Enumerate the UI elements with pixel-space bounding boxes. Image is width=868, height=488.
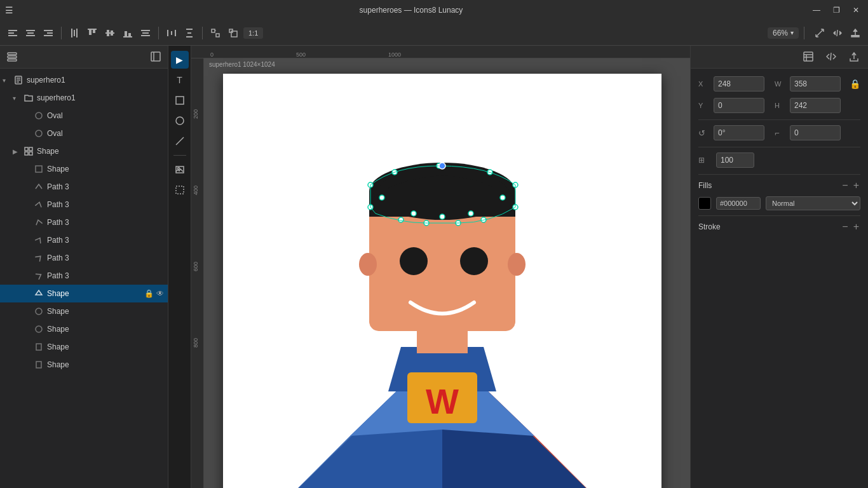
maximize-button[interactable]: ❐ (829, 4, 844, 16)
list-item[interactable]: Oval (0, 125, 168, 142)
close-button[interactable]: ✕ (849, 4, 863, 16)
list-item[interactable]: Oval (0, 107, 168, 125)
list-item[interactable]: ▶ Shape (0, 142, 168, 160)
opacity-input[interactable] (716, 152, 754, 168)
opacity-row: ⊞ (698, 152, 860, 168)
oval-tool-button[interactable] (171, 112, 189, 130)
align-top-button[interactable] (85, 27, 100, 39)
oval-icon-4 (33, 323, 44, 335)
yh-row: Y H (698, 98, 860, 113)
svg-rect-36 (8, 56, 17, 58)
canvas-page[interactable]: W (223, 74, 661, 488)
zoom-value: 66% (773, 29, 788, 37)
blend-mode-select[interactable]: Normal Multiply Screen Overlay (766, 196, 860, 210)
list-item[interactable]: Shape (0, 338, 168, 356)
align-left-button[interactable] (5, 27, 20, 39)
list-item[interactable]: Path 3 (0, 231, 168, 249)
resize-icon-button[interactable] (812, 27, 827, 39)
list-item[interactable]: Path 3 (0, 267, 168, 285)
rectangle-tool-button[interactable] (171, 92, 189, 109)
page-label: superhero1 1024×1024 (209, 61, 275, 68)
layers-view-btn[interactable] (5, 50, 19, 65)
inspect-button[interactable] (799, 50, 817, 65)
align-right-button[interactable] (41, 27, 56, 39)
remove-stroke-button[interactable]: − (841, 221, 849, 233)
svg-point-83 (440, 214, 445, 219)
spread-h-button[interactable] (164, 27, 179, 39)
svg-rect-52 (36, 362, 41, 368)
layer-shape-selected-item[interactable]: Shape 🔒 👁 (0, 285, 168, 302)
sidebar-toggle-btn[interactable] (149, 50, 163, 65)
list-item[interactable]: Shape (0, 356, 168, 374)
code-button[interactable] (830, 27, 845, 39)
list-item[interactable]: Path 3 (0, 249, 168, 267)
oval-icon (33, 110, 44, 121)
rotation-input[interactable] (714, 125, 764, 140)
distribute-h-button[interactable] (138, 27, 153, 39)
code-view-button[interactable] (822, 50, 840, 65)
menu-icon[interactable]: ☰ (5, 5, 13, 15)
distribute-v-button[interactable] (67, 27, 82, 39)
oval-icon-2 (33, 128, 44, 139)
canvas-area[interactable]: 0 500 1000 200 400 600 800 superhero1 10… (191, 46, 690, 488)
list-item[interactable]: Path 3 (0, 214, 168, 231)
svg-rect-96 (804, 52, 813, 61)
align-bottom-button[interactable] (120, 27, 135, 39)
select-tool-button[interactable]: ▶ (171, 51, 189, 69)
list-item[interactable]: Shape (0, 320, 168, 338)
svg-rect-17 (111, 30, 113, 36)
app-title: superheroes — Icons8 Lunacy (13, 6, 809, 15)
svg-rect-21 (141, 30, 150, 31)
ratio-button[interactable]: 1:1 (243, 27, 263, 39)
zoom-control[interactable]: 66% ▾ (768, 27, 799, 39)
stroke-label: Stroke (698, 222, 721, 231)
main-layout: ▾ superhero1 ▾ superhero1 Ov (0, 46, 868, 488)
mask-button[interactable] (226, 27, 241, 39)
layer-shape1-name: Shape (47, 165, 168, 173)
horizontal-ruler: 0 500 1000 (191, 46, 690, 58)
h-input[interactable] (790, 98, 841, 113)
export-button[interactable] (848, 27, 863, 39)
lock-icon[interactable]: 🔒 (850, 79, 860, 89)
vertical-ruler: 200 400 600 800 (191, 58, 204, 488)
layer-path3-5-name: Path 3 (47, 254, 168, 262)
export-right-button[interactable] (845, 50, 863, 65)
canvas-content: 200 400 600 800 superhero1 1024×1024 (191, 58, 690, 488)
list-item[interactable]: Shape (0, 160, 168, 178)
prop-separator-1 (698, 119, 860, 120)
hotspot-tool-button[interactable] (171, 181, 189, 199)
remove-fill-button[interactable]: − (841, 180, 849, 191)
add-stroke-button[interactable]: + (852, 221, 860, 233)
text-tool-button[interactable]: T (171, 71, 189, 89)
svg-rect-9 (71, 29, 72, 37)
main-toolbar: 1:1 66% ▾ (0, 20, 868, 46)
svg-rect-58 (176, 186, 184, 194)
x-input[interactable] (714, 76, 764, 92)
svg-point-92 (468, 211, 473, 216)
fills-actions: − + (841, 180, 860, 191)
line-tool-button[interactable] (171, 132, 189, 150)
fill-color-swatch[interactable] (698, 197, 711, 210)
align-middle-button[interactable] (102, 27, 118, 39)
transform-button[interactable] (208, 27, 223, 39)
minimize-button[interactable]: — (809, 4, 824, 16)
image-tool-button[interactable] (171, 161, 189, 179)
y-input[interactable] (714, 98, 764, 113)
layer-group-item[interactable]: ▾ superhero1 (0, 89, 168, 107)
layer-path3-4-name: Path 3 (47, 236, 168, 245)
corner-input[interactable] (790, 125, 841, 140)
stroke-section-header: Stroke − + (698, 221, 860, 233)
svg-rect-20 (128, 33, 131, 36)
fill-hex-input[interactable] (716, 197, 761, 210)
canvas-viewport[interactable]: superhero1 1024×1024 (204, 58, 690, 488)
list-item[interactable]: Path 3 (0, 196, 168, 214)
w-input[interactable] (790, 76, 841, 92)
align-center-h-button[interactable] (23, 27, 38, 39)
layer-shape3-name: Shape (47, 325, 168, 334)
list-item[interactable]: Shape (0, 302, 168, 320)
add-fill-button[interactable]: + (852, 180, 860, 191)
spread-v-button[interactable] (182, 27, 197, 39)
layer-root-item[interactable]: ▾ superhero1 (0, 71, 168, 89)
list-item[interactable]: Path 3 (0, 178, 168, 196)
rect-icon-1 (33, 341, 44, 353)
